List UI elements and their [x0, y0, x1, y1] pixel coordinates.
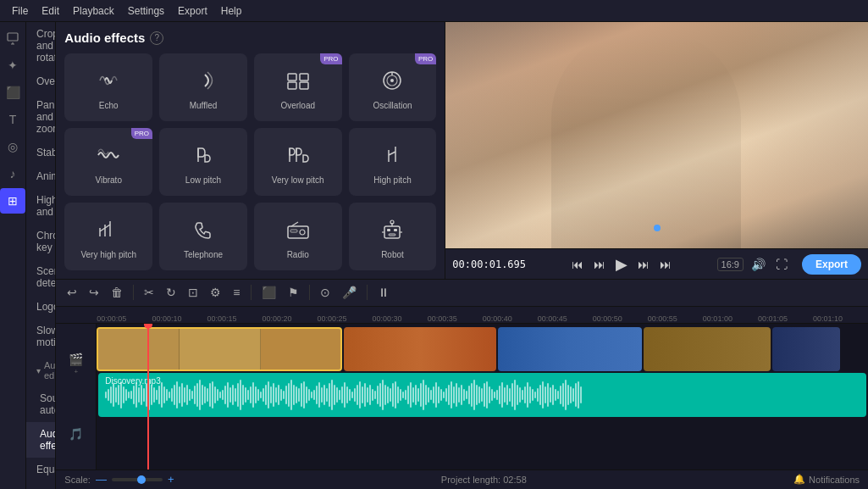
- overlay-btn[interactable]: ⬛: [257, 283, 280, 302]
- svg-rect-3: [288, 82, 296, 89]
- menu-edit[interactable]: Edit: [35, 3, 66, 19]
- video-clip-4[interactable]: [644, 327, 771, 371]
- sidebar-item-scene[interactable]: Scene detection: [26, 259, 55, 295]
- video-clip-3[interactable]: [498, 327, 642, 371]
- flag-btn[interactable]: ⚑: [284, 283, 303, 302]
- cut-btn[interactable]: ✂: [140, 283, 158, 302]
- effect-radio[interactable]: Radio: [254, 203, 342, 270]
- toolbar-import[interactable]: [0, 25, 25, 51]
- svg-point-21: [300, 230, 305, 235]
- video-clip-5[interactable]: [772, 327, 840, 371]
- sidebar-section-audio: ▾ Audio editing: [26, 354, 55, 386]
- scale-control: Scale: — +: [64, 473, 174, 486]
- info-icon[interactable]: ?: [150, 31, 163, 45]
- step-forward-btn[interactable]: ⏭: [635, 256, 652, 273]
- video-clip-2[interactable]: [344, 327, 496, 371]
- vibrato-icon: [93, 143, 124, 172]
- undo-btn[interactable]: ↩: [63, 283, 81, 302]
- toolbar-sep-2: [251, 285, 252, 300]
- sidebar-item-highlight[interactable]: Highlight and c...: [26, 188, 55, 224]
- sidebar-item-stabilization[interactable]: Stabilization: [26, 141, 55, 164]
- effect-echo[interactable]: Echo: [64, 53, 152, 121]
- audio-track-icon: 🎵: [69, 427, 83, 441]
- audio-track[interactable]: Discovery.mp3 (function(){ const wf = do…: [98, 373, 866, 417]
- toolbar-effects[interactable]: ⊞: [0, 188, 25, 214]
- toolbar-sep-3: [309, 285, 310, 300]
- sidebar-item-logo[interactable]: Logo: [26, 295, 55, 319]
- effect-very-high-pitch[interactable]: Very high pitch: [64, 203, 152, 270]
- svg-rect-26: [394, 229, 397, 231]
- sidebar-item-chroma[interactable]: Chroma key: [26, 224, 55, 259]
- effect-very-low-pitch-label: Very low pitch: [272, 175, 324, 185]
- video-track: [97, 327, 868, 371]
- sidebar-item-crop[interactable]: Crop and rotate: [26, 22, 55, 69]
- skip-start-btn[interactable]: ⏮: [569, 256, 586, 273]
- effect-oscillation[interactable]: PRO Oscillation: [349, 53, 437, 121]
- effect-very-low-pitch[interactable]: Very low pitch: [254, 128, 342, 196]
- effect-very-high-pitch-label: Very high pitch: [80, 250, 136, 259]
- ruler-mark-12: 00:01:05: [758, 314, 813, 323]
- audio-clip[interactable]: Discovery.mp3 (function(){ const wf = do…: [98, 373, 866, 417]
- rotate-btn[interactable]: ↻: [162, 283, 180, 302]
- notifications[interactable]: 🔔 Notifications: [793, 474, 860, 485]
- effect-muffled[interactable]: Muffled: [159, 53, 247, 121]
- effects-grid: Echo Muffled PRO: [64, 53, 436, 270]
- effect-high-pitch[interactable]: High pitch: [349, 128, 437, 196]
- sidebar-item-equalizer[interactable]: Equalizer: [26, 458, 55, 481]
- toolbar-titles[interactable]: T: [0, 107, 25, 132]
- sidebar-item-sound-auto[interactable]: Sound autocor...: [26, 386, 55, 422]
- menu-file[interactable]: File: [5, 3, 35, 19]
- sidebar-item-overlay[interactable]: Overlay: [26, 69, 55, 93]
- muffled-icon: [188, 69, 218, 97]
- crop-tl-btn[interactable]: ⊡: [184, 283, 202, 302]
- svg-line-19: [105, 225, 110, 228]
- very-low-pitch-icon: [283, 143, 313, 172]
- sidebar-item-slowmo[interactable]: Slow motion: [26, 319, 55, 354]
- effect-radio-label: Radio: [287, 250, 309, 259]
- skip-end-btn[interactable]: ⏭: [657, 256, 674, 273]
- menu-help[interactable]: Help: [214, 3, 249, 19]
- play-btn[interactable]: ▶: [613, 253, 630, 275]
- effect-low-pitch-label: Low pitch: [185, 175, 221, 185]
- svg-rect-2: [300, 74, 308, 81]
- settings-btn[interactable]: ⚙: [206, 283, 225, 302]
- video-clip-1[interactable]: [97, 327, 342, 371]
- effect-echo-label: Echo: [99, 101, 119, 110]
- effect-robot[interactable]: Robot: [349, 203, 437, 270]
- scale-slider[interactable]: [112, 478, 163, 481]
- step-back-btn[interactable]: ⏭: [591, 256, 608, 273]
- effect-overload[interactable]: PRO Overload: [254, 53, 342, 121]
- effect-vibrato[interactable]: PRO Vibrato: [64, 128, 152, 196]
- ruler-mark-13: 00:01:10: [813, 314, 868, 323]
- fullscreen-btn[interactable]: ⛶: [773, 256, 790, 273]
- menu-export[interactable]: Export: [171, 3, 214, 19]
- mic-btn[interactable]: 🎤: [338, 283, 361, 302]
- pause-tl-btn[interactable]: ⏸: [373, 283, 394, 302]
- aspect-ratio[interactable]: 16:9: [717, 258, 744, 271]
- redo-btn[interactable]: ↪: [85, 283, 103, 302]
- export-button[interactable]: Export: [802, 254, 861, 275]
- main-layout: ✦ ⬛ T ◎ ♪ ⊞ Crop and rotate Overlay Pan …: [0, 22, 868, 489]
- effect-low-pitch[interactable]: Low pitch: [159, 128, 247, 196]
- menu-settings[interactable]: Settings: [121, 3, 171, 19]
- sidebar-item-pan[interactable]: Pan and zoom: [26, 93, 55, 141]
- toolbar-transitions[interactable]: ⬛: [0, 80, 25, 105]
- volume-btn[interactable]: 🔊: [749, 256, 768, 273]
- sidebar-item-audio-effects[interactable]: Audio effects: [26, 422, 55, 458]
- effect-telephone[interactable]: Telephone: [159, 203, 247, 270]
- toolbar-magic[interactable]: ✦: [0, 53, 25, 78]
- menu-playback[interactable]: Playback: [66, 3, 121, 19]
- toolbar-music[interactable]: ♪: [0, 161, 25, 186]
- record-btn[interactable]: ⊙: [316, 283, 334, 302]
- toolbar-filters[interactable]: ◎: [0, 134, 25, 159]
- effect-vibrato-label: Vibrato: [95, 175, 122, 185]
- menu-bar: File Edit Playback Settings Export Help: [0, 0, 868, 22]
- oscillation-badge: PRO: [415, 53, 436, 64]
- project-length: Project length: 02:58: [441, 475, 527, 485]
- ruler-mark-6: 00:00:35: [428, 314, 483, 323]
- delete-btn[interactable]: 🗑: [107, 283, 127, 302]
- sidebar-item-animation[interactable]: Animation: [26, 164, 55, 188]
- ruler-mark-0: 00:00:05: [97, 314, 152, 323]
- list-btn[interactable]: ≡: [229, 283, 244, 302]
- audio-label: Discovery.mp3: [105, 376, 160, 386]
